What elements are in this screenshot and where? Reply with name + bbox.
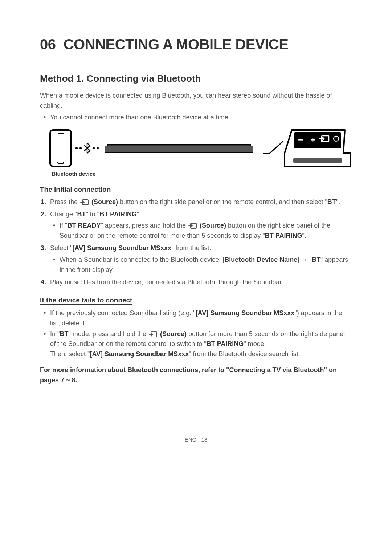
step-4: Play music files from the device, connec…	[50, 277, 352, 288]
step-2-sub: If "BT READY" appears, press and hold th…	[60, 221, 352, 241]
source-icon	[149, 331, 158, 338]
chapter-title: 06 CONNECTING A MOBILE DEVICE	[40, 36, 352, 53]
intro-bullet: You cannot connect more than one Bluetoo…	[50, 113, 352, 123]
svg-rect-4	[293, 158, 342, 163]
fails-heading: If the device fails to connect	[40, 296, 352, 305]
step-3: Select "[AV] Samsung Soundbar MSxxx" fro…	[50, 243, 352, 275]
panel-minus-button: −	[298, 135, 303, 145]
figure-caption: Bluetooth device	[43, 171, 105, 177]
source-icon	[188, 223, 197, 229]
page-footer: ENG - 13	[40, 436, 352, 443]
soundbar-icon	[105, 143, 262, 153]
fails-bullet-2: In "BT" mode, press and hold the (Source…	[50, 329, 352, 360]
panel-plus-button: +	[311, 135, 315, 145]
fails-bullets: If the previously connected Soundbar lis…	[40, 308, 352, 359]
chapter-name: CONNECTING A MOBILE DEVICE	[64, 36, 289, 52]
section-title: Method 1. Connecting via Bluetooth	[40, 73, 352, 84]
initial-connection-heading: The initial connection	[40, 186, 352, 194]
fails-bullet-1: If the previously connected Soundbar lis…	[50, 308, 352, 329]
callout-line	[262, 136, 284, 158]
cross-reference: For more information about Bluetooth con…	[40, 365, 352, 386]
step-1: Press the (Source) button on the right s…	[50, 197, 352, 207]
step-3-sub: When a Soundbar is connected to the Blue…	[60, 255, 352, 275]
intro-paragraph: When a mobile device is connected using …	[40, 91, 352, 111]
phone-icon	[49, 129, 72, 167]
source-icon	[80, 199, 89, 206]
soundbar-side-panel-icon: − +	[283, 128, 352, 168]
initial-connection-steps: Press the (Source) button on the right s…	[40, 197, 352, 288]
bluetooth-icon	[83, 143, 91, 154]
step-2: Change "BT" to "BT PAIRING". If "BT READ…	[50, 209, 352, 241]
chapter-number: 06	[40, 36, 56, 52]
bluetooth-signal-icon	[75, 143, 99, 154]
figure-bluetooth-connection: − +	[49, 128, 352, 168]
manual-page: 06 CONNECTING A MOBILE DEVICE Method 1. …	[0, 0, 392, 461]
